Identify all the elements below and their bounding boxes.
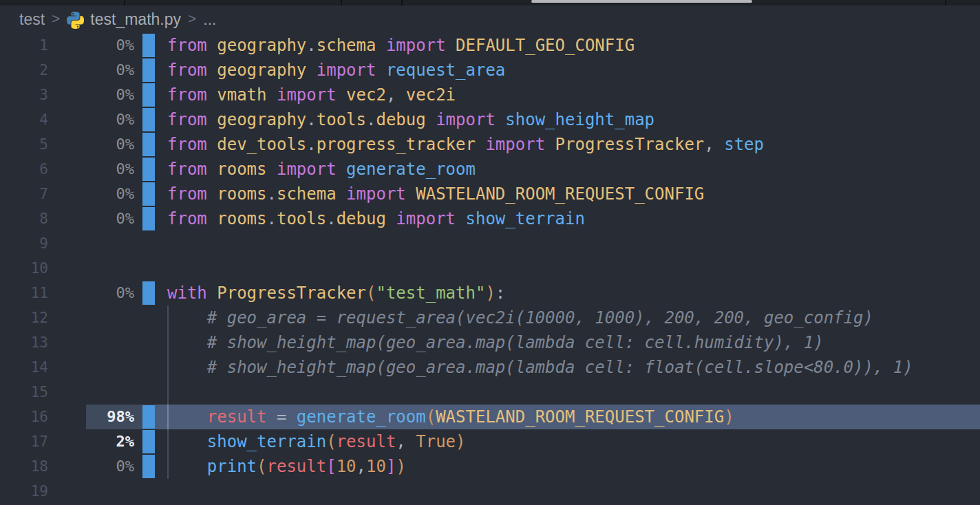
breadcrumb-file[interactable]: test_math.py	[90, 10, 181, 29]
tab-strip	[0, 0, 980, 6]
coverage-marker	[142, 207, 155, 230]
code-line[interactable]: 50%from dev_tools.progress_tracker impor…	[0, 132, 980, 157]
line-number[interactable]: 12	[0, 305, 48, 330]
code-token: WASTELAND_ROOM_REQUEST_CONFIG	[416, 184, 704, 204]
code-token: from	[167, 36, 207, 55]
line-number[interactable]: 4	[0, 107, 48, 132]
breadcrumb-more[interactable]: ...	[203, 10, 216, 29]
code-line[interactable]: 60%from rooms import generate_room	[0, 157, 980, 182]
code-token: =	[267, 407, 297, 427]
code-token: show_terrain	[207, 432, 326, 451]
code-token	[376, 36, 385, 55]
code-token	[545, 135, 555, 154]
line-number[interactable]: 18	[0, 454, 48, 479]
code-token: from	[167, 110, 207, 129]
code-token	[476, 135, 485, 154]
code-text[interactable]: from rooms.schema import WASTELAND_ROOM_…	[167, 182, 704, 206]
code-text[interactable]: from rooms.tools.debug import show_terra…	[167, 206, 585, 231]
code-line[interactable]: 30%from vmath import vec2, vec2i	[0, 83, 980, 107]
coverage-percent: 0%	[55, 83, 134, 107]
line-number[interactable]: 7	[0, 182, 48, 206]
code-text[interactable]: from geography.tools.debug import show_h…	[167, 107, 654, 132]
line-number[interactable]: 3	[0, 83, 48, 107]
line-number[interactable]: 10	[0, 256, 48, 281]
tab-scrollbar[interactable]	[531, 0, 752, 3]
code-token	[337, 184, 346, 204]
code-token: schema	[277, 184, 337, 204]
code-line[interactable]: 20%from geography import request_area	[0, 58, 980, 83]
coverage-percent: 0%	[55, 107, 134, 132]
line-number[interactable]: 19	[0, 479, 48, 504]
code-text[interactable]: result = generate_room(WASTELAND_ROOM_RE…	[167, 405, 734, 429]
line-number[interactable]: 1	[0, 33, 48, 58]
code-token: (	[257, 457, 266, 476]
code-token: )	[456, 432, 465, 451]
code-line[interactable]: 70%from rooms.schema import WASTELAND_RO…	[0, 182, 980, 206]
code-text[interactable]: show_terrain(result, True)	[167, 429, 466, 454]
code-text[interactable]: from dev_tools.progress_tracker import P…	[167, 132, 764, 157]
code-token: progress_tracker	[317, 135, 476, 154]
code-token	[306, 61, 316, 80]
coverage-percent: 0%	[55, 182, 134, 206]
code-token	[267, 85, 277, 105]
code-text[interactable]: from vmath import vec2, vec2i	[167, 83, 456, 107]
line-number[interactable]: 8	[0, 206, 48, 231]
line-number[interactable]: 2	[0, 58, 48, 83]
code-text[interactable]: # show_height_map(geo_area.map(lambda ce…	[167, 330, 824, 355]
code-line[interactable]: 80%from rooms.tools.debug import show_te…	[0, 206, 980, 231]
code-line[interactable]: 13 # show_height_map(geo_area.map(lambda…	[0, 330, 980, 355]
code-token: :	[496, 283, 505, 303]
code-token: ,	[704, 135, 724, 154]
code-text[interactable]: # geo_area = request_area(vec2i(10000, 1…	[167, 305, 873, 330]
code-line[interactable]: 14 # show_height_map(geo_area.map(lambda…	[0, 355, 980, 380]
coverage-marker	[142, 108, 155, 131]
code-token: import	[386, 36, 446, 55]
coverage-marker	[142, 133, 155, 156]
line-number[interactable]: 11	[0, 281, 48, 305]
coverage-marker	[142, 83, 155, 107]
code-line[interactable]: 172% show_terrain(result, True)	[0, 429, 980, 454]
code-line[interactable]: 15	[0, 380, 980, 405]
code-token: ]	[386, 457, 396, 476]
code-line[interactable]: 10%from geography.schema import DEFAULT_…	[0, 33, 980, 58]
code-line[interactable]: 180% print(result[10,10])	[0, 454, 980, 479]
breadcrumb-folder[interactable]: test	[19, 10, 45, 29]
code-line[interactable]: 110%with ProgressTracker("test_math"):	[0, 281, 980, 305]
code-token: result	[207, 407, 267, 427]
code-token: from	[167, 160, 207, 179]
coverage-percent: 98%	[55, 405, 134, 429]
code-line[interactable]: 10	[0, 256, 980, 281]
code-text[interactable]: from rooms import generate_room	[167, 157, 476, 182]
code-token: # show_height_map(geo_area.map(lambda ce…	[167, 333, 824, 352]
code-token	[207, 209, 217, 228]
line-number[interactable]: 16	[0, 405, 48, 429]
line-number[interactable]: 13	[0, 330, 48, 355]
chevron-right-icon: >	[52, 10, 60, 27]
line-number[interactable]: 5	[0, 132, 48, 157]
code-text[interactable]: with ProgressTracker("test_math"):	[167, 281, 505, 305]
code-token: debug	[376, 110, 425, 129]
code-token: from	[167, 61, 207, 80]
code-line[interactable]: 19	[0, 479, 980, 504]
code-text[interactable]: print(result[10,10])	[167, 454, 406, 479]
code-token	[456, 209, 465, 228]
code-line[interactable]: 40%from geography.tools.debug import sho…	[0, 107, 980, 132]
code-token: import	[277, 85, 337, 105]
code-editor[interactable]: 10%from geography.schema import DEFAULT_…	[0, 33, 980, 505]
line-number[interactable]: 17	[0, 429, 48, 454]
code-token: import	[317, 61, 376, 80]
code-line[interactable]: 1698% result = generate_room(WASTELAND_R…	[0, 405, 980, 429]
code-token: debug	[337, 209, 386, 228]
line-number[interactable]: 9	[0, 231, 48, 256]
line-number[interactable]: 15	[0, 380, 48, 405]
coverage-marker	[142, 34, 155, 57]
code-text[interactable]: from geography import request_area	[167, 58, 505, 83]
code-line[interactable]: 9	[0, 231, 980, 256]
code-line[interactable]: 12 # geo_area = request_area(vec2i(10000…	[0, 305, 980, 330]
code-token: request_area	[386, 61, 505, 80]
line-number[interactable]: 6	[0, 157, 48, 182]
code-text[interactable]: # show_height_map(geo_area.map(lambda ce…	[167, 355, 913, 380]
line-number[interactable]: 14	[0, 355, 48, 380]
code-token: ProgressTracker	[217, 283, 366, 303]
code-text[interactable]: from geography.schema import DEFAULT_GEO…	[167, 33, 635, 58]
